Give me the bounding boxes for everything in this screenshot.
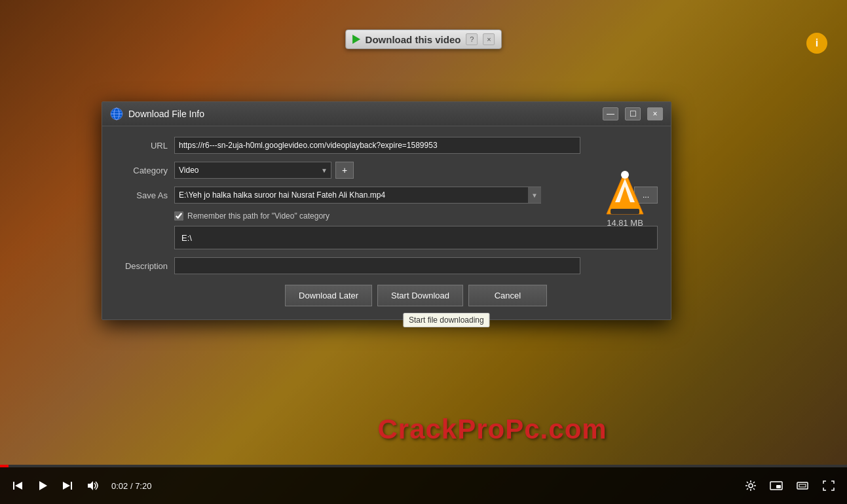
- add-category-button[interactable]: +: [335, 162, 354, 179]
- skip-start-icon: [12, 480, 24, 492]
- content-wrapper: 14.81 MB URL Category Video ▼ +: [115, 137, 658, 306]
- category-select[interactable]: Video: [174, 162, 331, 179]
- info-button[interactable]: i: [806, 33, 827, 54]
- browser-icon: [110, 107, 123, 120]
- save-as-input[interactable]: [174, 187, 528, 204]
- vlc-area: 14.81 MB: [605, 170, 645, 228]
- play-icon: [37, 480, 48, 492]
- mini-player-button[interactable]: [795, 478, 810, 493]
- play-button[interactable]: [35, 478, 50, 493]
- path-box: E:\: [174, 226, 658, 249]
- mini-player-icon: [796, 480, 809, 492]
- progress-bar[interactable]: [0, 465, 847, 467]
- skip-start-button[interactable]: [10, 478, 25, 493]
- download-later-button[interactable]: Download Later: [285, 285, 372, 306]
- remember-checkbox[interactable]: [174, 211, 183, 221]
- remember-label: Remember this path for "Video" category: [187, 211, 329, 221]
- skip-next-button[interactable]: [60, 478, 75, 493]
- settings-button[interactable]: [743, 478, 758, 493]
- settings-icon: [745, 480, 757, 492]
- dialog-titlebar: Download File Info — ☐ ×: [102, 102, 671, 126]
- vlc-file-size: 14.81 MB: [607, 218, 643, 228]
- close-bar-button[interactable]: ×: [483, 33, 495, 45]
- description-row: Description: [115, 257, 658, 274]
- controls-row: 0:02 / 7:20: [0, 467, 847, 504]
- maximize-button[interactable]: ☐: [625, 107, 641, 120]
- volume-icon: [86, 480, 100, 492]
- svg-marker-12: [15, 482, 22, 490]
- description-input[interactable]: [174, 257, 580, 274]
- play-icon: [352, 35, 360, 44]
- remember-row: Remember this path for "Video" category: [174, 211, 658, 221]
- svg-rect-9: [611, 209, 639, 214]
- save-as-input-wrapper: ▼: [174, 187, 631, 204]
- save-as-dropdown-button[interactable]: ▼: [528, 187, 541, 204]
- url-label: URL: [115, 141, 168, 151]
- dialog-content: 14.81 MB URL Category Video ▼ +: [102, 126, 671, 319]
- watermark: CrackProPc.com: [377, 414, 607, 445]
- svg-marker-15: [63, 482, 70, 490]
- dialog-close-button[interactable]: ×: [647, 107, 663, 120]
- svg-point-17: [749, 484, 753, 488]
- pip-button[interactable]: [768, 478, 784, 493]
- svg-rect-19: [776, 485, 781, 488]
- svg-rect-11: [13, 482, 14, 490]
- buttons-container: Download Later Start Download Start file…: [115, 285, 658, 306]
- progress-fill: [0, 465, 9, 467]
- save-as-label: Save As: [115, 190, 168, 200]
- url-row: URL: [115, 137, 658, 154]
- start-download-button[interactable]: Start Download: [377, 285, 463, 306]
- minimize-button[interactable]: —: [603, 107, 618, 120]
- svg-marker-16: [88, 481, 93, 490]
- video-controls: 0:02 / 7:20: [0, 465, 847, 504]
- cancel-button[interactable]: Cancel: [468, 285, 547, 306]
- svg-rect-20: [797, 482, 808, 489]
- category-select-wrapper: Video ▼: [174, 162, 331, 179]
- fullscreen-button[interactable]: [821, 478, 837, 493]
- download-dialog: Download File Info — ☐ × 14.81 MB: [102, 101, 671, 320]
- svg-rect-14: [71, 482, 72, 490]
- description-label: Description: [115, 261, 168, 271]
- volume-button[interactable]: [85, 478, 101, 493]
- start-download-wrapper: Start Download Start file downloading: [377, 285, 463, 306]
- start-download-tooltip: Start file downloading: [403, 313, 490, 327]
- fullscreen-icon: [822, 480, 835, 492]
- svg-rect-21: [799, 484, 806, 487]
- svg-point-10: [621, 171, 629, 179]
- download-bar: Download this video ? ×: [345, 29, 502, 49]
- time-display: 0:02 / 7:20: [111, 481, 151, 491]
- vlc-icon: [605, 170, 645, 215]
- category-row: Category Video ▼ +: [115, 162, 658, 179]
- svg-marker-13: [39, 481, 47, 490]
- buttons-row: Download Later Start Download Start file…: [174, 285, 658, 306]
- dialog-title: Download File Info: [128, 109, 596, 119]
- category-label: Category: [115, 166, 168, 175]
- skip-next-icon: [62, 480, 73, 492]
- path-text: E:\: [181, 233, 192, 243]
- help-button[interactable]: ?: [466, 33, 478, 45]
- save-as-row: Save As ▼ ...: [115, 187, 658, 204]
- download-bar-text: Download this video: [366, 34, 461, 45]
- pip-icon: [770, 480, 783, 492]
- url-input[interactable]: [174, 137, 580, 154]
